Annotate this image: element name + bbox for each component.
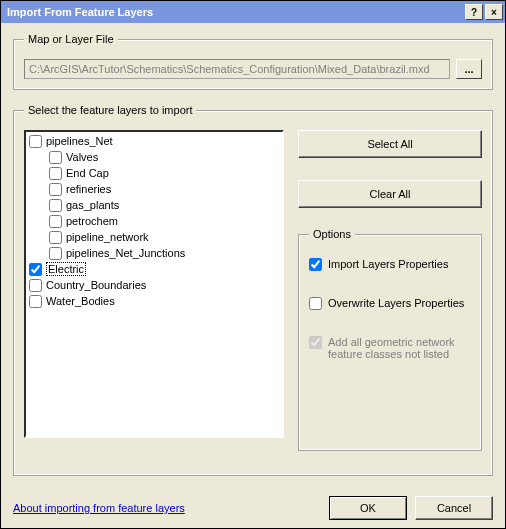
- layer-label: gas_plants: [66, 199, 119, 211]
- overwrite-props-row[interactable]: Overwrite Layers Properties: [309, 297, 471, 310]
- layer-label: pipelines_Net_Junctions: [66, 247, 185, 259]
- dialog-footer: About importing from feature layers OK C…: [13, 490, 493, 520]
- layer-label: petrochem: [66, 215, 118, 227]
- layer-label: Water_Bodies: [46, 295, 115, 307]
- cancel-button[interactable]: Cancel: [415, 496, 493, 520]
- clear-all-button[interactable]: Clear All: [298, 180, 482, 208]
- list-item[interactable]: Water_Bodies: [27, 293, 281, 309]
- layer-label: End Cap: [66, 167, 109, 179]
- map-file-group: Map or Layer File ...: [13, 33, 493, 90]
- add-geom-checkbox: [309, 336, 322, 349]
- layer-checkbox[interactable]: [49, 183, 62, 196]
- options-legend: Options: [309, 228, 355, 240]
- ok-button[interactable]: OK: [329, 496, 407, 520]
- list-item[interactable]: petrochem: [27, 213, 281, 229]
- select-all-button[interactable]: Select All: [298, 130, 482, 158]
- list-item[interactable]: gas_plants: [27, 197, 281, 213]
- layer-listbox[interactable]: pipelines_NetValvesEnd Caprefineriesgas_…: [24, 130, 284, 438]
- layer-checkbox[interactable]: [49, 151, 62, 164]
- map-file-legend: Map or Layer File: [24, 33, 118, 45]
- help-button[interactable]: ?: [465, 4, 483, 20]
- list-item[interactable]: Country_Boundaries: [27, 277, 281, 293]
- list-item[interactable]: End Cap: [27, 165, 281, 181]
- list-item[interactable]: pipelines_Net_Junctions: [27, 245, 281, 261]
- options-group: Options Import Layers Properties Overwri…: [298, 228, 482, 451]
- layer-checkbox[interactable]: [29, 279, 42, 292]
- list-item[interactable]: Valves: [27, 149, 281, 165]
- layer-label: pipelines_Net: [46, 135, 113, 147]
- layer-checkbox[interactable]: [29, 263, 42, 276]
- select-layers-group: Select the feature layers to import pipe…: [13, 104, 493, 476]
- layer-checkbox[interactable]: [49, 167, 62, 180]
- list-item[interactable]: pipelines_Net: [27, 133, 281, 149]
- add-geom-row: Add all geometric network feature classe…: [309, 336, 471, 360]
- overwrite-props-checkbox[interactable]: [309, 297, 322, 310]
- titlebar: Import From Feature Layers ? ×: [1, 1, 505, 23]
- add-geom-label: Add all geometric network feature classe…: [328, 336, 471, 360]
- import-props-row[interactable]: Import Layers Properties: [309, 258, 471, 271]
- overwrite-props-label: Overwrite Layers Properties: [328, 297, 464, 309]
- import-props-checkbox[interactable]: [309, 258, 322, 271]
- close-button[interactable]: ×: [485, 4, 503, 20]
- select-layers-legend: Select the feature layers to import: [24, 104, 196, 116]
- import-props-label: Import Layers Properties: [328, 258, 448, 270]
- layer-checkbox[interactable]: [29, 295, 42, 308]
- layer-checkbox[interactable]: [49, 247, 62, 260]
- list-item[interactable]: pipeline_network: [27, 229, 281, 245]
- layer-label: Electric: [46, 262, 86, 276]
- help-link[interactable]: About importing from feature layers: [13, 502, 321, 514]
- dialog-title: Import From Feature Layers: [7, 6, 463, 18]
- layer-checkbox[interactable]: [49, 231, 62, 244]
- list-item[interactable]: Electric: [27, 261, 281, 277]
- layer-label: pipeline_network: [66, 231, 149, 243]
- map-path-input: [24, 59, 450, 79]
- layer-checkbox[interactable]: [49, 199, 62, 212]
- layer-label: Country_Boundaries: [46, 279, 146, 291]
- layer-label: refineries: [66, 183, 111, 195]
- layer-checkbox[interactable]: [49, 215, 62, 228]
- layer-label: Valves: [66, 151, 98, 163]
- browse-button[interactable]: ...: [456, 59, 482, 79]
- list-item[interactable]: refineries: [27, 181, 281, 197]
- layer-checkbox[interactable]: [29, 135, 42, 148]
